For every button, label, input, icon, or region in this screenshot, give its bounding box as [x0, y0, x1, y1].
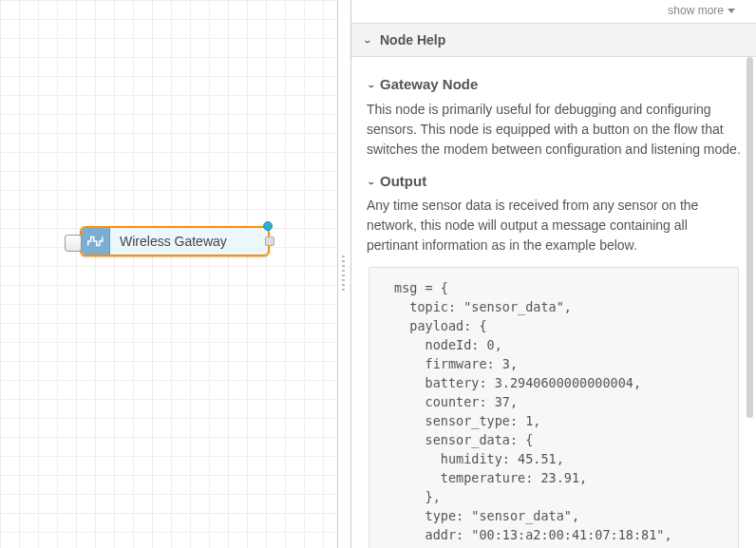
signal-icon: [82, 228, 110, 255]
grip-icon: [342, 255, 345, 293]
paragraph-gateway-desc: This node is primarily useful for debugg…: [367, 100, 741, 160]
heading-output: ⌄ Output: [367, 171, 741, 193]
section-header-node-help[interactable]: ⌄ Node Help: [351, 23, 756, 57]
code-example: msg = { topic: "sensor_data", payload: {…: [369, 267, 739, 548]
chevron-down-icon: ⌄: [367, 79, 376, 91]
node-trigger-button[interactable]: [65, 235, 82, 252]
caret-down-icon: [728, 9, 735, 13]
heading-gateway-node: ⌄ Gateway Node: [367, 74, 741, 96]
node-label: Wireless Gateway: [110, 234, 227, 249]
flow-canvas[interactable]: Wireless Gateway: [0, 0, 351, 548]
paragraph-output-desc: Any time sensor data is received from an…: [367, 196, 741, 255]
scrollbar-thumb[interactable]: [747, 57, 753, 418]
info-sidebar: show more ⌄ Node Help ⌄ Gateway Node Thi…: [351, 0, 756, 548]
section-title: Node Help: [380, 32, 445, 47]
show-more-link[interactable]: show more: [351, 0, 756, 23]
node-output-port[interactable]: [265, 236, 274, 246]
chevron-down-icon: ⌄: [367, 175, 376, 187]
node-status-dot: [263, 221, 273, 231]
help-content: ⌄ Gateway Node This node is primarily us…: [351, 57, 756, 548]
panel-resize-handle[interactable]: [337, 0, 349, 548]
flow-node-wireless-gateway[interactable]: Wireless Gateway: [80, 226, 270, 256]
show-more-label: show more: [668, 4, 724, 17]
chevron-down-icon: ⌄: [363, 35, 372, 45]
